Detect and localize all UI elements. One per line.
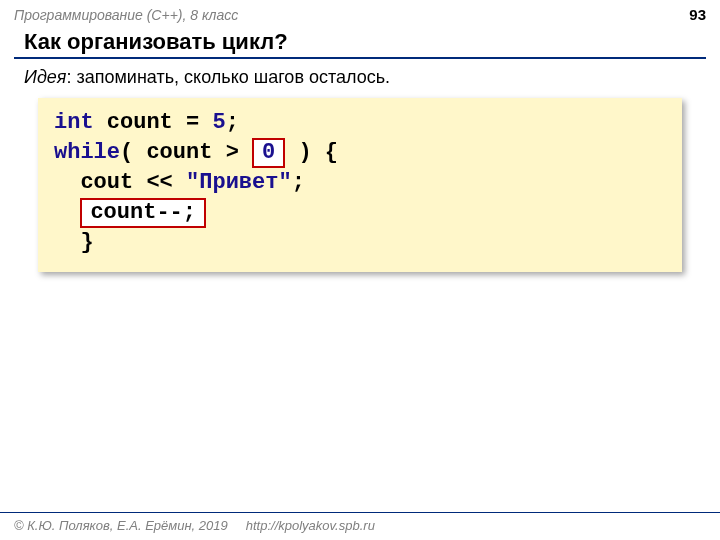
page-title: Как организовать цикл?	[24, 29, 706, 55]
code-text: ( count >	[120, 140, 252, 165]
code-line-4: count--;	[54, 198, 666, 228]
page-number: 93	[689, 6, 706, 23]
code-text: count =	[94, 110, 213, 135]
idea-text: : запоминать, сколько шагов осталось.	[66, 67, 390, 87]
code-block: int count = 5; while( count > 0 ) { cout…	[38, 98, 682, 272]
code-text: }	[54, 230, 94, 255]
highlight-box-decrement: count--;	[80, 198, 206, 228]
code-text: cout	[54, 170, 146, 195]
code-text: ) {	[285, 140, 338, 165]
copyright-text: © К.Ю. Поляков, Е.А. Ерёмин, 2019	[14, 518, 228, 533]
semicolon: ;	[226, 110, 239, 135]
code-line-2: while( count > 0 ) {	[54, 138, 666, 168]
code-line-5: }	[54, 228, 666, 258]
idea-line: Идея: запоминать, сколько шагов осталось…	[0, 59, 720, 94]
code-line-1: int count = 5;	[54, 108, 666, 138]
code-line-3: cout << "Привет";	[54, 168, 666, 198]
highlight-box-zero: 0	[252, 138, 285, 168]
course-label: Программирование (C++), 8 класс	[14, 7, 238, 23]
footer: © К.Ю. Поляков, Е.А. Ерёмин, 2019 http:/…	[0, 512, 720, 540]
indent	[54, 200, 80, 225]
footer-url: http://kpolyakov.spb.ru	[246, 518, 375, 533]
semicolon: ;	[292, 170, 305, 195]
string-literal: "Привет"	[173, 170, 292, 195]
idea-label: Идея	[24, 67, 66, 87]
title-block: Как организовать цикл?	[0, 29, 720, 59]
header: Программирование (C++), 8 класс 93	[0, 0, 720, 25]
kw-while: while	[54, 140, 120, 165]
op-stream: <<	[146, 170, 172, 195]
kw-int: int	[54, 110, 94, 135]
num-5: 5	[212, 110, 225, 135]
